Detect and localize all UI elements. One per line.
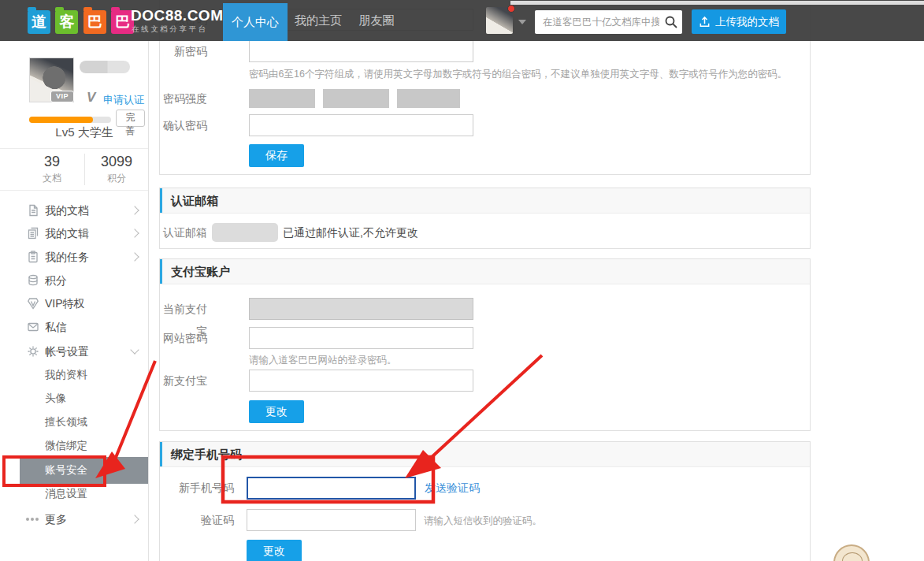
- new-alipay-input[interactable]: [249, 370, 473, 392]
- sidebar-item-account-settings[interactable]: 帐号设置: [0, 340, 148, 363]
- sidebar-item-points[interactable]: 积分: [0, 269, 148, 292]
- site-password-input[interactable]: [249, 327, 473, 349]
- logo-tile: 道: [28, 10, 50, 34]
- redacted-username: [80, 61, 130, 73]
- header-avatar[interactable]: [486, 7, 513, 34]
- sidebar-item-label: 私信: [45, 315, 67, 339]
- apply-certification-link[interactable]: 申请认证: [103, 93, 144, 107]
- sidebar-item-label: VIP特权: [45, 292, 85, 315]
- message-icon: [27, 321, 39, 333]
- verification-code-input[interactable]: [247, 509, 416, 531]
- sidebar-item-vip[interactable]: VIP特权: [0, 292, 148, 315]
- documents-count: 39: [20, 154, 84, 170]
- email-panel-title: 认证邮箱: [171, 188, 218, 213]
- phone-change-button[interactable]: 更改: [247, 540, 302, 561]
- sidebar-item-my-collections[interactable]: 我的文辑: [0, 221, 148, 245]
- sidebar-item-messages[interactable]: 私信: [0, 315, 148, 339]
- sidebar-item-label: 我的文档: [45, 199, 89, 222]
- top-edge-strip: [510, 1, 924, 5]
- verified-email-label: 认证邮箱: [160, 221, 207, 243]
- phone-panel: 绑定手机号码 新手机号码 发送验证码 验证码 请输入短信收到的验证码。 更改: [159, 441, 811, 561]
- vip-badge: VIP: [50, 91, 74, 102]
- collection-icon: [27, 227, 39, 240]
- code-hint: 请输入短信收到的验证码。: [424, 515, 542, 528]
- sidebar-item-wechat-binding[interactable]: 微信绑定: [0, 434, 148, 458]
- chevron-right-icon: [130, 515, 139, 523]
- email-panel: 认证邮箱 认证邮箱 已通过邮件认证,不允许更改: [159, 188, 811, 249]
- points-icon: [27, 274, 39, 287]
- logo-char: 巴: [83, 10, 106, 34]
- user-level: Lv5 大学生: [20, 125, 149, 140]
- user-stats: 39 文档 3099 积分: [0, 148, 148, 191]
- upload-documents-button[interactable]: 上传我的文档: [692, 9, 786, 34]
- stat-documents[interactable]: 39 文档: [20, 154, 85, 185]
- upload-button-label: 上传我的文档: [715, 15, 779, 29]
- search-icon[interactable]: [664, 15, 678, 29]
- profile-progress-bar: [29, 117, 111, 123]
- strength-block: [323, 89, 389, 108]
- sidebar-item-label: 擅长领域: [45, 411, 87, 434]
- blue-accent-bar: [160, 442, 162, 466]
- sidebar-item-account-security-selected[interactable]: 账号安全: [20, 457, 148, 484]
- sidebar-item-my-tasks[interactable]: 我的任务: [0, 245, 148, 269]
- ellipsis-icon: [26, 518, 29, 521]
- points-label: 积分: [84, 172, 149, 185]
- sidebar-item-label: 我的资料: [45, 363, 87, 387]
- logo-tile: 巴: [83, 10, 106, 34]
- new-alipay-label: 新支付宝: [160, 370, 207, 392]
- document-icon: [27, 204, 39, 217]
- site-password-hint: 请输入道客巴巴网站的登录密码。: [249, 354, 397, 367]
- profile-progress-fill: [29, 117, 93, 123]
- floating-mascot-widget[interactable]: [833, 544, 870, 561]
- password-hint: 密码由6至16个字符组成，请使用英文字母加数字或符号的组合密码，不建议单独使用英…: [249, 68, 787, 81]
- complete-profile-button[interactable]: 完善: [116, 110, 145, 127]
- sidebar-item-expertise[interactable]: 擅长领域: [0, 411, 148, 434]
- new-password-label: 新密码: [160, 40, 207, 62]
- sidebar-item-label: 我的任务: [45, 245, 89, 269]
- avatar-dropdown-caret-icon[interactable]: [518, 20, 526, 24]
- sidebar: VIP V 申请认证 完善 Lv5 大学生 39 文档 3099 积分 我的文档: [0, 41, 149, 561]
- vip-icon: [27, 297, 39, 310]
- search-input[interactable]: [541, 11, 661, 33]
- new-phone-label: 新手机号码: [160, 477, 234, 499]
- nav-tab-personal-center[interactable]: 个人中心: [223, 3, 288, 41]
- alipay-panel-header: 支付宝账户: [160, 259, 810, 284]
- logo-char: 客: [55, 10, 78, 34]
- nav-tab-my-homepage[interactable]: 我的主页: [290, 0, 347, 41]
- logo-char: 道: [28, 10, 50, 34]
- blue-accent-bar: [160, 188, 162, 213]
- search-box: [535, 10, 682, 34]
- site-password-label: 网站密码: [160, 327, 207, 349]
- sidebar-item-label: 微信绑定: [45, 434, 87, 458]
- strength-block: [249, 89, 315, 108]
- email-panel-header: 认证邮箱: [160, 188, 810, 214]
- sidebar-item-my-documents[interactable]: 我的文档: [0, 199, 148, 222]
- sidebar-item-message-settings[interactable]: 消息设置: [0, 482, 148, 506]
- save-button[interactable]: 保存: [249, 144, 304, 167]
- gear-icon: [27, 345, 39, 358]
- alipay-change-button[interactable]: 更改: [249, 400, 304, 423]
- notification-dot: [507, 5, 515, 13]
- task-icon: [27, 251, 39, 263]
- sidebar-item-label: 更多: [45, 507, 67, 531]
- alipay-panel-title: 支付宝账户: [171, 259, 230, 284]
- site-logo[interactable]: 道 客 巴 巴: [28, 10, 135, 34]
- new-phone-input-focused[interactable]: [247, 477, 416, 500]
- sidebar-item-label: 我的文辑: [45, 221, 89, 245]
- sidebar-item-my-profile[interactable]: 我的资料: [0, 363, 148, 387]
- new-password-input[interactable]: [249, 40, 473, 62]
- chevron-right-icon: [130, 252, 139, 261]
- chevron-down-icon: [130, 345, 139, 354]
- send-code-link[interactable]: 发送验证码: [425, 477, 480, 500]
- phone-panel-title: 绑定手机号码: [171, 442, 242, 466]
- blue-accent-bar: [160, 259, 162, 284]
- nav-tab-friend-circle[interactable]: 朋友圈: [353, 0, 400, 41]
- brand-name[interactable]: DOC88.COM: [131, 7, 223, 24]
- page: VIP V 申请认证 完善 Lv5 大学生 39 文档 3099 积分 我的文档: [0, 0, 924, 561]
- sidebar-item-label: 帐号设置: [45, 340, 89, 363]
- confirm-password-input[interactable]: [249, 114, 473, 136]
- sidebar-item-avatar[interactable]: 头像: [0, 387, 148, 411]
- stat-points[interactable]: 3099 积分: [84, 154, 149, 185]
- sidebar-item-label: 消息设置: [45, 482, 87, 506]
- sidebar-item-more[interactable]: 更多: [0, 507, 148, 531]
